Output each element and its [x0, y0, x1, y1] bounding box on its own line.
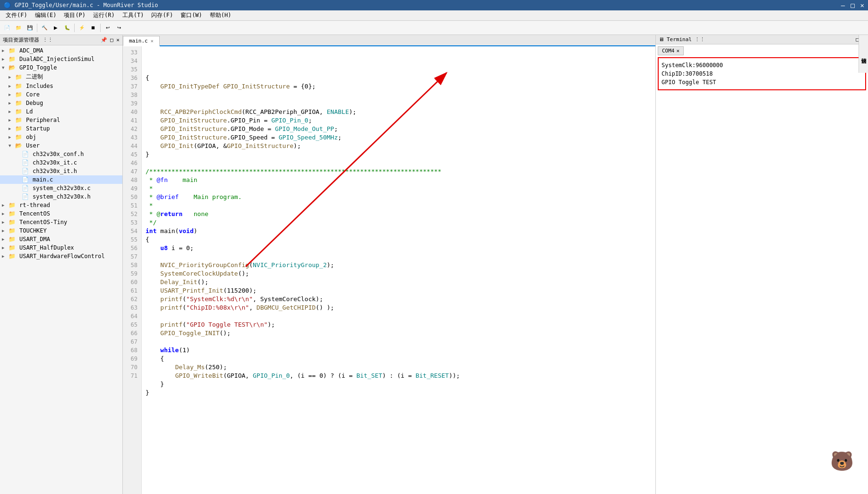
tree-item-debug[interactable]: ▶📁Debug: [0, 99, 122, 107]
menu-run[interactable]: 运行(R): [89, 10, 119, 20]
expand-icon: ▶: [9, 126, 13, 131]
line-num-50: 50: [125, 193, 138, 201]
terminal-panel: 🖥 Terminal ⋮⋮ □ ✕ COM4 ✕ SystemClk:96000…: [655, 35, 868, 494]
expand-icon: ▶: [2, 48, 7, 53]
open-btn[interactable]: 📁: [13, 23, 24, 33]
code-line-56: SystemCoreClockUpdate();: [146, 269, 652, 278]
tree-item-gpio-toggle[interactable]: ▼📂GPIO_Toggle: [0, 63, 122, 72]
menu-project[interactable]: 项目(P): [60, 10, 89, 20]
tree-item-system-ch32v30x-c[interactable]: 📄system_ch32v30x.c: [0, 184, 122, 192]
folder-icon: 📁: [15, 100, 22, 106]
tab-close[interactable]: ✕: [151, 38, 154, 43]
tree-label: Ld: [26, 108, 33, 115]
code-line-68: GPIO_WriteBit(GPIOA, GPIO_Pin_0, (i == 0…: [146, 372, 652, 380]
folder-icon: 📁: [15, 91, 22, 98]
tree-label: Startup: [26, 125, 50, 132]
line-num-46: 46: [125, 159, 138, 167]
menu-flash[interactable]: 闪存(F): [147, 10, 177, 20]
tree-item-tencentos-tiny[interactable]: ▶📁TencentOS-Tiny: [0, 218, 122, 226]
title-text: GPIO_Toggle/User/main.c - MounRiver Stud…: [15, 2, 158, 9]
tree-item-ch32v30x-it-c[interactable]: 📄ch32v30x_it.c: [0, 158, 122, 167]
tree-item-adc-dma[interactable]: ▶📁ADC_DMA: [0, 46, 122, 55]
maximize-btn[interactable]: □: [851, 1, 854, 9]
tree-item-usart-hardwareflowcontrol[interactable]: ▶📁USART_HardwareFlowControl: [0, 252, 122, 260]
code-line-40: GPIO_InitStructure.GPIO_Speed = GPIO_Spe…: [146, 133, 652, 142]
line-num-61: 61: [125, 286, 138, 295]
tree-label: User: [26, 142, 40, 149]
line-num-37: 37: [125, 82, 138, 91]
terminal-line-1: SystemClk:96000000: [662, 61, 862, 69]
titlebar: 🔵 GPIO_Toggle/User/main.c - MounRiver St…: [0, 0, 868, 10]
code-line-58: USART_Printf_Init(115200);: [146, 286, 652, 295]
line-num-62: 62: [125, 295, 138, 303]
code-line-63: GPIO_Toggle_INIT();: [146, 329, 652, 338]
line-numbers: 3334353637383940414243444546474849505152…: [123, 46, 142, 494]
flash-btn[interactable]: ⚡: [77, 23, 87, 33]
tree-item-main-c[interactable]: 📄main.c: [0, 175, 122, 184]
panel-controls[interactable]: 📌 □ ✕: [101, 37, 120, 43]
tree-item-obj[interactable]: ▶📁obj: [0, 133, 122, 141]
com-tab[interactable]: COM4 ✕: [658, 46, 684, 55]
redo-btn[interactable]: ↪: [114, 23, 124, 33]
run-btn[interactable]: ▶: [51, 23, 61, 33]
line-num-34: 34: [125, 57, 138, 65]
terminal-output: SystemClk:96000000 ChipID:30700518 GPIO …: [658, 57, 866, 90]
line-num-57: 57: [125, 252, 138, 261]
tree-label: Core: [26, 91, 40, 98]
tree-item-dualadc-injectionsimul[interactable]: ▶📁DualADC_InjectionSimul: [0, 55, 122, 63]
menu-tools[interactable]: 工具(T): [119, 10, 148, 20]
tree-item-includes[interactable]: ▶📁Includes: [0, 82, 122, 90]
tree-label: obj: [26, 134, 36, 140]
tree-item-system-ch32v30x-h[interactable]: 📄system_ch32v30x.h: [0, 192, 122, 201]
tree-item----[interactable]: ▶📁二进制: [0, 72, 122, 82]
tree-item-user[interactable]: ▼📂User: [0, 141, 122, 150]
file-icon: 📄: [22, 151, 29, 157]
tree-label: ch32v30x_it.h: [33, 168, 77, 174]
tree-item-rt-thread[interactable]: ▶📁rt-thread: [0, 201, 122, 209]
code-area[interactable]: { GPIO_InitTypeDef GPIO_InitStructure = …: [142, 46, 655, 494]
file-icon: 📄: [22, 176, 29, 183]
menu-window[interactable]: 窗口(W): [177, 10, 206, 20]
build-btn[interactable]: 🔨: [39, 23, 50, 33]
line-num-36: 36: [125, 74, 138, 82]
tree-label: Debug: [26, 100, 43, 106]
tab-main-c[interactable]: main.c ✕: [123, 36, 160, 46]
tree-label: 二进制: [26, 73, 43, 81]
window-controls[interactable]: — □ ✕: [841, 1, 864, 9]
minimize-btn[interactable]: —: [841, 1, 845, 9]
terminal-tab-indicator: ⋮⋮: [695, 36, 705, 43]
terminal-title: Terminal: [667, 36, 692, 43]
menu-file[interactable]: 文件(F): [2, 10, 31, 20]
quickbar[interactable]: 快速访问: [859, 35, 868, 73]
tree-item-peripheral[interactable]: ▶📁Peripheral: [0, 116, 122, 124]
code-editor[interactable]: 3334353637383940414243444546474849505152…: [123, 46, 655, 494]
code-line-69: }: [146, 380, 652, 389]
menubar: 文件(F) 编辑(E) 项目(P) 运行(R) 工具(T) 闪存(F) 窗口(W…: [0, 10, 868, 21]
tree-item-ch32v30x-it-h[interactable]: 📄ch32v30x_it.h: [0, 167, 122, 175]
tree-item-ch32v30x-conf-h[interactable]: 📄ch32v30x_conf.h: [0, 150, 122, 158]
new-file-btn[interactable]: 📄: [2, 23, 12, 33]
tree-item-touchkey[interactable]: ▶📁TOUCHKEY: [0, 226, 122, 235]
undo-btn[interactable]: ↩: [103, 23, 113, 33]
code-line-37: RCC_APB2PeriphClockCmd(RCC_APB2Periph_GP…: [146, 108, 652, 116]
tree-item-usart-dma[interactable]: ▶📁USART_DMA: [0, 235, 122, 243]
tree-item-core[interactable]: ▶📁Core: [0, 90, 122, 99]
tree-item-startup[interactable]: ▶📁Startup: [0, 124, 122, 133]
line-num-63: 63: [125, 303, 138, 312]
expand-icon: ▶: [9, 118, 13, 122]
menu-help[interactable]: 帮助(H): [206, 10, 235, 20]
code-line-66: {: [146, 355, 652, 363]
com-tab-close[interactable]: ✕: [677, 48, 680, 54]
code-line-35: [146, 91, 652, 99]
close-btn[interactable]: ✕: [860, 1, 864, 9]
folder-icon: 📁: [9, 210, 16, 217]
tree-item-usart-halfduplex[interactable]: ▶📁USART_HalfDuplex: [0, 243, 122, 252]
tree-label: ch32v30x_conf.h: [33, 151, 84, 157]
save-btn[interactable]: 💾: [25, 23, 35, 33]
line-num-35: 35: [125, 65, 138, 74]
stop-btn[interactable]: ⏹: [88, 23, 98, 33]
tree-item-tencentos[interactable]: ▶📁TencentOS: [0, 209, 122, 218]
menu-edit[interactable]: 编辑(E): [31, 10, 60, 20]
debug-btn[interactable]: 🐛: [62, 23, 72, 33]
tree-item-ld[interactable]: ▶📁Ld: [0, 107, 122, 116]
